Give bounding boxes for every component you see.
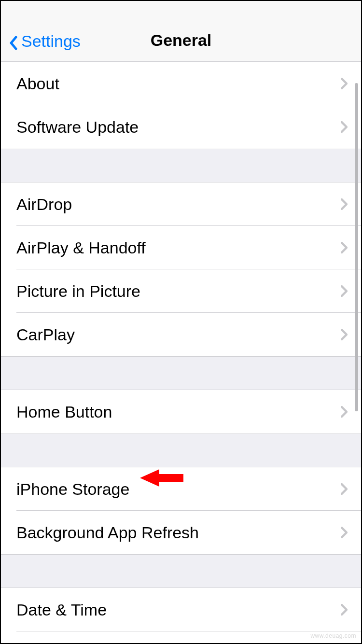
back-label: Settings: [21, 32, 81, 51]
row-pip[interactable]: Picture in Picture: [1, 269, 361, 313]
row-label: Software Update: [16, 118, 139, 137]
row-label: AirPlay & Handoff: [16, 238, 146, 257]
row-software-update[interactable]: Software Update: [1, 105, 361, 149]
chevron-right-icon: [341, 242, 348, 253]
group-gap: [1, 356, 361, 390]
row-carplay[interactable]: CarPlay: [1, 313, 361, 356]
row-label: Date & Time: [16, 601, 107, 619]
row-label: Background App Refresh: [16, 523, 199, 542]
chevron-right-icon: [341, 198, 348, 210]
back-button[interactable]: Settings: [10, 32, 81, 51]
nav-header: Settings General: [1, 1, 361, 62]
watermark: www.deuag.com: [310, 632, 356, 639]
row-keyboard[interactable]: Keyboard: [1, 631, 361, 644]
chevron-right-icon: [341, 329, 348, 340]
row-about[interactable]: About: [1, 62, 361, 105]
row-label: AirDrop: [16, 195, 72, 214]
group-gap: [1, 554, 361, 588]
chevron-right-icon: [341, 604, 348, 616]
scrollbar[interactable]: [355, 83, 358, 411]
row-airdrop[interactable]: AirDrop: [1, 182, 361, 226]
row-label: About: [16, 74, 59, 93]
row-home-button[interactable]: Home Button: [1, 390, 361, 434]
chevron-right-icon: [341, 285, 348, 297]
row-airplay-handoff[interactable]: AirPlay & Handoff: [1, 226, 361, 269]
group-gap: [1, 434, 361, 467]
chevron-right-icon: [341, 406, 348, 418]
chevron-right-icon: [341, 78, 348, 89]
row-label: Keyboard: [16, 640, 87, 644]
settings-list: About Software Update AirDrop AirPlay & …: [1, 62, 361, 644]
chevron-right-icon: [341, 121, 348, 133]
row-label: Home Button: [16, 403, 112, 421]
row-date-time[interactable]: Date & Time: [1, 588, 361, 631]
row-iphone-storage[interactable]: iPhone Storage: [1, 467, 361, 511]
row-label: CarPlay: [16, 325, 75, 344]
row-background-refresh[interactable]: Background App Refresh: [1, 511, 361, 554]
row-label: Picture in Picture: [16, 282, 140, 301]
chevron-right-icon: [341, 483, 348, 495]
group-gap: [1, 149, 361, 182]
chevron-right-icon: [341, 527, 348, 538]
chevron-left-icon: [10, 35, 17, 48]
row-label: iPhone Storage: [16, 480, 129, 499]
